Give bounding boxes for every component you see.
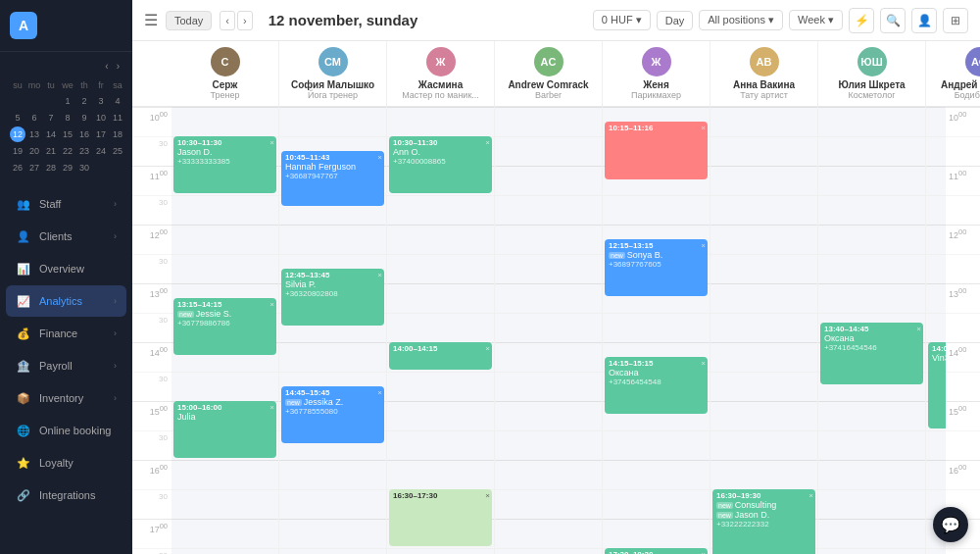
appt-close-icon[interactable]: × <box>916 325 921 333</box>
grid-button[interactable]: ⊞ <box>943 8 968 33</box>
appointment-9[interactable]: 13:40–14:45Оксана+37416454546× <box>820 323 923 384</box>
appointment-8[interactable]: 14:15–15:15Оксана+37456454548× <box>605 357 708 414</box>
today-button[interactable]: Today <box>166 11 212 30</box>
appointment-7[interactable]: 14:00–14:15× <box>389 342 492 370</box>
grid-col-3 <box>495 107 603 554</box>
staff-name-7: Андрей Фирсов <box>930 79 980 90</box>
app-logo-icon: A <box>10 12 37 39</box>
staff-role-4: Парикмахер <box>607 90 706 100</box>
grid-col-5: 16:30–19:30newConsultingnewJason D.+3322… <box>710 107 818 554</box>
search-button[interactable]: 🔍 <box>880 8 906 33</box>
filter-button[interactable]: ⚡ <box>849 8 874 33</box>
appt-close-icon[interactable]: × <box>701 550 706 554</box>
appt-close-icon[interactable]: × <box>270 403 274 412</box>
time-label-10-30: 30 <box>132 136 172 166</box>
staff-role-5: Тату артист <box>714 90 813 100</box>
topbar-right: 0 HUF ▾ Day All positions ▾ Week ▾ ⚡ 🔍 👤… <box>593 8 968 33</box>
sidebar-label-inventory: Inventory <box>39 392 83 404</box>
appointment-2[interactable]: 10:30–11:30Ann O.+37400008865× <box>389 136 492 193</box>
appointment-11[interactable]: 15:00–16:00Julia× <box>173 401 276 458</box>
appt-close-icon[interactable]: × <box>808 491 813 500</box>
appointment-5[interactable]: 12:45–13:45Silvia P.+36320802808× <box>281 269 384 326</box>
time-label-right-16-00: 1600 <box>946 460 980 489</box>
sidebar-item-payroll[interactable]: 🏦 Payroll › <box>6 350 126 381</box>
sidebar-item-overview[interactable]: 📊 Overview <box>6 253 126 284</box>
appointment-4[interactable]: 12:15–13:15newSonya B.+36897767605× <box>605 239 708 296</box>
overview-icon: 📊 <box>16 261 31 277</box>
appointment-13[interactable]: 16:30–17:30× <box>389 489 492 546</box>
online-booking-icon: 🌐 <box>16 423 31 438</box>
appointment-10[interactable]: 14:00–15:30Vin32 Bikini Physique× <box>928 342 946 428</box>
analytics-icon: 📈 <box>16 293 31 309</box>
chat-button[interactable]: 💬 <box>933 507 968 542</box>
time-label-right-11-00: 1100 <box>946 166 980 195</box>
sidebar-item-clients[interactable]: 👤 Clients › <box>6 221 126 252</box>
staff-role-7: Бодибилдер <box>930 90 980 100</box>
appt-close-icon[interactable]: × <box>701 241 706 250</box>
payroll-icon: 🏦 <box>16 358 31 374</box>
staff-role-0: Тренер <box>175 90 274 100</box>
prev-day-button[interactable]: ‹ <box>220 11 235 30</box>
appt-close-icon[interactable]: × <box>485 138 490 147</box>
appt-close-icon[interactable]: × <box>377 388 382 397</box>
grid-col-1: 10:45–11:43Hannah Ferguson+36687947767×1… <box>279 107 387 554</box>
staff-name-6: Юлия Шкрета <box>822 79 921 90</box>
staff-role-6: Косметолог <box>822 90 921 100</box>
appointment-0[interactable]: 10:30–11:30Jason D.+33333333385× <box>173 136 276 193</box>
sidebar-item-integrations[interactable]: 🔗 Integrations <box>6 479 126 511</box>
user-button[interactable]: 👤 <box>911 8 937 33</box>
time-label-14-00: 1400 <box>132 342 172 372</box>
mini-calendar: su mo tu we th fr sa 1 2 3 4 5 6 7 8 9 1… <box>10 78 122 176</box>
appointment-12[interactable]: 14:45–15:45newJessika Z.+36778555080× <box>281 386 384 443</box>
menu-icon[interactable]: ☰ <box>144 11 158 29</box>
appt-close-icon[interactable]: × <box>485 491 490 500</box>
appt-close-icon[interactable]: × <box>377 271 382 279</box>
month-next[interactable]: › <box>114 60 122 73</box>
staff-avatar-7: АФ <box>965 47 981 76</box>
appointment-16[interactable]: 16:30–19:30newConsultingnewJason D.+3322… <box>712 489 815 554</box>
appt-close-icon[interactable]: × <box>270 300 274 309</box>
grid-col-0: 10:30–11:30Jason D.+33333333385×13:15–14… <box>172 107 279 554</box>
appt-close-icon[interactable]: × <box>701 359 706 368</box>
sidebar-item-online-booking[interactable]: 🌐 Online booking <box>6 415 126 446</box>
sidebar-item-analytics[interactable]: 📈 Analytics › <box>6 285 126 317</box>
staff-cell-7: АФ Андрей Фирсов Бодибилдер <box>926 41 980 106</box>
staff-avatar-0: С <box>211 47 240 76</box>
time-label-right-10-30 <box>946 136 980 166</box>
staff-avatar-2: Ж <box>426 47 456 76</box>
month-calendar: ‹ › su mo tu we th fr sa 1 2 3 4 5 6 7 8… <box>0 52 132 183</box>
current-date: 12 november, sunday <box>269 12 418 28</box>
appointment-1[interactable]: 10:45–11:43Hannah Ferguson+36687947767× <box>281 151 384 206</box>
time-label-16-30: 30 <box>132 489 172 519</box>
staff-cell-4: Ж Женя Парикмахер <box>603 41 710 106</box>
week-button[interactable]: Week ▾ <box>789 10 843 30</box>
sidebar-item-staff[interactable]: 👥 Staff › <box>6 188 126 220</box>
appt-time: 10:30–11:30 <box>177 138 272 147</box>
appointment-3[interactable]: 10:15–11:16× <box>605 122 708 179</box>
appt-close-icon[interactable]: × <box>701 124 706 132</box>
time-label-16-00: 1600 <box>132 460 172 489</box>
month-prev[interactable]: ‹ <box>102 60 111 73</box>
sidebar-item-inventory[interactable]: 📦 Inventory › <box>6 382 126 414</box>
grid-scroll[interactable]: 10:30–11:30Jason D.+33333333385×13:15–14… <box>172 107 946 554</box>
appt-time: 14:00–14:15 <box>393 344 488 353</box>
staff-role-3: Barber <box>499 90 598 100</box>
staff-avatar-3: AC <box>534 47 564 76</box>
month-nav[interactable]: ‹ › <box>102 60 122 73</box>
next-day-button[interactable]: › <box>237 11 253 30</box>
appointment-6[interactable]: 13:15–14:15newJessie S.+36779886786× <box>173 298 276 355</box>
sidebar-item-finance[interactable]: 💰 Finance › <box>6 318 126 349</box>
appt-close-icon[interactable]: × <box>485 344 490 353</box>
appt-time: 14:45–15:45 <box>285 388 380 397</box>
time-label-right-13-30 <box>946 313 980 342</box>
all-positions-button[interactable]: All positions ▾ <box>699 10 783 30</box>
time-label-right-12-30 <box>946 254 980 283</box>
appt-close-icon[interactable]: × <box>270 138 274 147</box>
staff-avatar-1: СМ <box>318 47 348 76</box>
sidebar-item-loyalty[interactable]: ⭐ Loyalty <box>6 447 126 478</box>
appt-close-icon[interactable]: × <box>377 153 382 162</box>
view-day-button[interactable]: Day <box>657 11 694 30</box>
appt-time: 14:15–15:15 <box>609 359 704 368</box>
appointment-14[interactable]: 17:30–18:30Joshua× <box>605 548 708 554</box>
currency-button[interactable]: 0 HUF ▾ <box>593 10 651 30</box>
